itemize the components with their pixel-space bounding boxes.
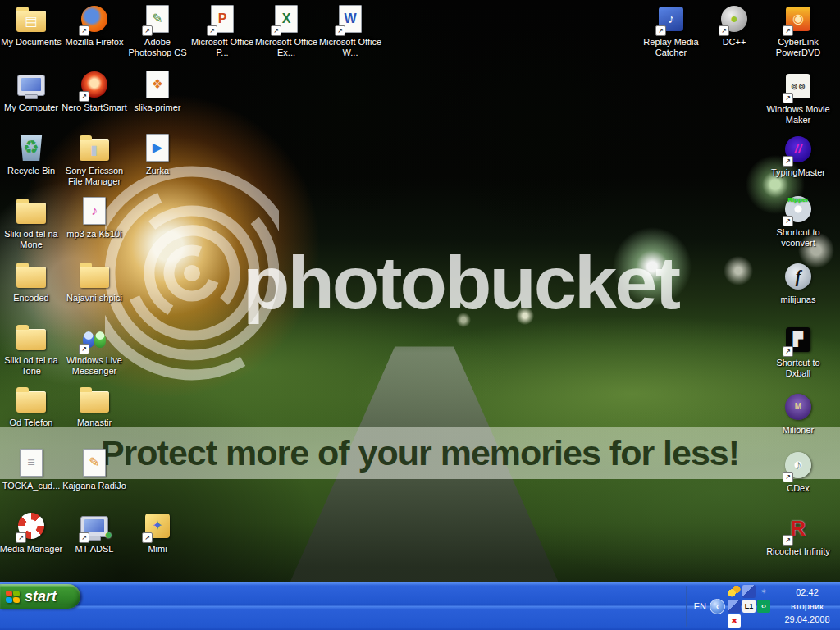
- desktop-icon-label: Adobe Photoshop CS: [124, 37, 191, 57]
- desktop-icon-microsoft-office-w[interactable]: W↗Microsoft Office W...: [316, 3, 385, 57]
- desktop-icon-milioner[interactable]: MMilioner: [764, 391, 833, 436]
- desktop-icon-label: Sony Ericsson File Manager: [61, 166, 128, 186]
- desktop-icon-najavni-shpici[interactable]: Najavni shpici: [60, 259, 129, 304]
- desktop-icon-sliki-od-tel-na-tone[interactable]: Sliki od tel na Tone: [0, 322, 66, 376]
- desktop-icon-sony-ericsson-file-manager[interactable]: ▮Sony Ericsson File Manager: [60, 132, 129, 186]
- desktop-icon-microsoft-office-ex[interactable]: X↗Microsoft Office Ex...: [252, 3, 321, 57]
- network2-tray-icon[interactable]: [728, 600, 741, 613]
- desktop-screen: photobucket Protect more of your memorie…: [0, 0, 840, 630]
- desktop-icon-mt-adsl[interactable]: ●↗MT ADSL: [60, 510, 129, 555]
- desktop-icon-label: Windows Live Messenger: [61, 355, 128, 376]
- sony-ericsson-file-manager-icon: ▮: [78, 132, 111, 163]
- desktop-icon-encoded[interactable]: Encoded: [0, 259, 66, 304]
- system-tray: EN ‹ ✶L1‹›✖ 02:42 вторник 29.04.2008: [686, 582, 840, 630]
- desktop-icon-tocka-cud[interactable]: ≡TOCKA_cud...: [0, 447, 66, 491]
- nero-startsmart-icon: ↗: [78, 69, 111, 100]
- clock-date: 29.04.2008: [777, 613, 838, 627]
- yellow-balls-tray-icon[interactable]: [728, 585, 741, 598]
- adobe-photoshop-cs-icon: ✎↗: [141, 3, 174, 34]
- start-button-label: start: [25, 588, 57, 605]
- ricochet-infinity-icon: R↗: [782, 513, 815, 544]
- shortcut-arrow-icon: ↗: [783, 472, 793, 482]
- desktop-icon-label: Microsoft Office Ex...: [253, 37, 320, 57]
- tray-chevron-button[interactable]: ‹: [710, 599, 725, 614]
- desktop-icon-label: Mozilla Firefox: [66, 37, 124, 48]
- desktop-icon-replay-media-catcher[interactable]: ♪↗Replay Media Catcher: [637, 3, 705, 57]
- desktop-icon-label: CDex: [787, 483, 810, 494]
- shortcut-arrow-icon: ↗: [783, 25, 793, 36]
- desktop-icon-label: Najavni shpici: [66, 293, 122, 304]
- windows-flag-icon: [6, 591, 20, 603]
- desktop-icon-shortcut-to-dxball[interactable]: ▛↗Shortcut to Dxball: [764, 324, 833, 378]
- desktop-icon-slika-primer[interactable]: ❖slika-primer: [123, 69, 192, 113]
- shortcut-arrow-icon: ↗: [142, 532, 153, 543]
- desktop-icon-label: Nero StartSmart: [62, 103, 126, 113]
- desktop-icon-mozilla-firefox[interactable]: ↗Mozilla Firefox: [60, 3, 129, 48]
- desktop-icon-shortcut-to-vconvert[interactable]: Ripper↗Shortcut to vconvert: [764, 194, 833, 248]
- desktop-icon-windows-movie-maker[interactable]: ⊚⊚↗Windows Movie Maker: [764, 71, 833, 125]
- cyberlink-powerdvd-icon: ◉↗: [782, 3, 815, 34]
- dc-icon: ●↗: [718, 3, 751, 34]
- mp3-za-k510i-icon: ♪: [78, 195, 111, 226]
- shortcut-arrow-icon: ↗: [16, 532, 26, 543]
- mozilla-firefox-icon: ↗: [78, 3, 111, 34]
- desktop-icon-ricochet-infinity[interactable]: R↗Ricochet Infinity: [764, 513, 833, 557]
- desktop-icon-milijunas[interactable]: fmilijunas: [764, 261, 833, 305]
- green-codec-tray-icon[interactable]: ‹›: [757, 600, 770, 613]
- desktop-icon-media-manager[interactable]: ↗Media Manager: [0, 510, 66, 555]
- desktop-icon-label: MT ADSL: [75, 544, 114, 555]
- network-tray-icon[interactable]: [742, 585, 756, 598]
- desktop-icon-mp3-za-k510i[interactable]: ♪mp3 za K510i: [60, 195, 129, 240]
- desktop-icon-label: DC++: [723, 37, 746, 48]
- desktop-icon-label: CyberLink PowerDVD: [765, 37, 832, 57]
- microsoft-office-ex-icon: X↗: [270, 3, 303, 34]
- replay-media-catcher-icon: ♪↗: [655, 3, 687, 34]
- error-red-x-tray-icon[interactable]: ✖: [728, 614, 741, 628]
- microsoft-office-p-icon: P↗: [206, 3, 239, 34]
- my-documents-icon: ▤: [15, 3, 48, 34]
- netlimiter-tray-icon[interactable]: L1: [742, 600, 756, 613]
- desktop-icon-label: Milioner: [783, 425, 815, 436]
- desktop-icon-label: Microsoft Office W...: [317, 37, 384, 57]
- od-telefon-icon: [15, 384, 48, 415]
- taskbar-clock[interactable]: 02:42 вторник 29.04.2008: [777, 586, 840, 627]
- desktop-icon-adobe-photoshop-cs[interactable]: ✎↗Adobe Photoshop CS: [123, 3, 192, 57]
- desktop-icon-label: Sliki od tel na Tone: [0, 355, 65, 376]
- desktop-icon-label: TypingMaster: [771, 167, 825, 178]
- sliki-od-tel-na-mone-icon: [15, 195, 48, 226]
- windows-live-messenger-icon: ↗: [78, 322, 111, 353]
- desktop-icon-mimi[interactable]: ✦↗Mimi: [123, 510, 192, 555]
- desktop-icon-label: Ricochet Infinity: [766, 546, 830, 557]
- shortcut-arrow-icon: ↗: [79, 25, 89, 36]
- desktop-icon-nero-startsmart[interactable]: ↗Nero StartSmart: [60, 69, 129, 113]
- desktop-icon-label: Shortcut to vconvert: [765, 227, 832, 248]
- shortcut-arrow-icon: ↗: [271, 25, 281, 36]
- shortcut-arrow-icon: ↗: [79, 91, 89, 102]
- media-manager-icon: ↗: [15, 510, 48, 541]
- microsoft-office-w-icon: W↗: [334, 3, 367, 34]
- desktop-icon-recycle-bin[interactable]: ♻Recycle Bin: [0, 132, 66, 176]
- sliki-od-tel-na-tone-icon: [15, 322, 48, 353]
- shortcut-arrow-icon: ↗: [79, 532, 89, 543]
- desktop-icon-label: My Documents: [1, 37, 61, 48]
- desktop-icon-od-telefon[interactable]: Od Telefon: [0, 384, 66, 428]
- desktop-icon-manastir[interactable]: Manastir: [60, 384, 129, 428]
- desktop-icon-cdex[interactable]: ♪↗CDex: [764, 450, 833, 494]
- desktop-icon-kajgana-radijo[interactable]: ✎Kajgana RadiJo: [60, 447, 129, 491]
- desktop-icon-microsoft-office-p[interactable]: P↗Microsoft Office P...: [188, 3, 257, 57]
- star-tray-icon[interactable]: ✶: [757, 585, 770, 598]
- desktop-icon-my-documents[interactable]: ▤My Documents: [0, 3, 66, 48]
- desktop-icon-cyberlink-powerdvd[interactable]: ◉↗CyberLink PowerDVD: [764, 3, 833, 57]
- shortcut-arrow-icon: ↗: [783, 346, 793, 357]
- desktop-icon-my-computer[interactable]: My Computer: [0, 69, 66, 113]
- start-button[interactable]: start: [0, 584, 80, 609]
- desktop-icon-windows-live-messenger[interactable]: ↗Windows Live Messenger: [60, 322, 129, 376]
- desktop-icon-zurka[interactable]: ▶Zurka: [123, 132, 192, 176]
- language-indicator[interactable]: EN: [694, 601, 706, 611]
- desktop-icon-dc[interactable]: ●↗DC++: [700, 3, 769, 48]
- desktop-icon-typingmaster[interactable]: //↗TypingMaster: [764, 134, 833, 178]
- desktop-icon-label: Mimi: [148, 544, 167, 555]
- najavni-shpici-icon: [78, 259, 111, 290]
- desktop-icon-sliki-od-tel-na-mone[interactable]: Sliki od tel na Mone: [0, 195, 66, 249]
- desktop-icon-label: Media Manager: [0, 544, 62, 555]
